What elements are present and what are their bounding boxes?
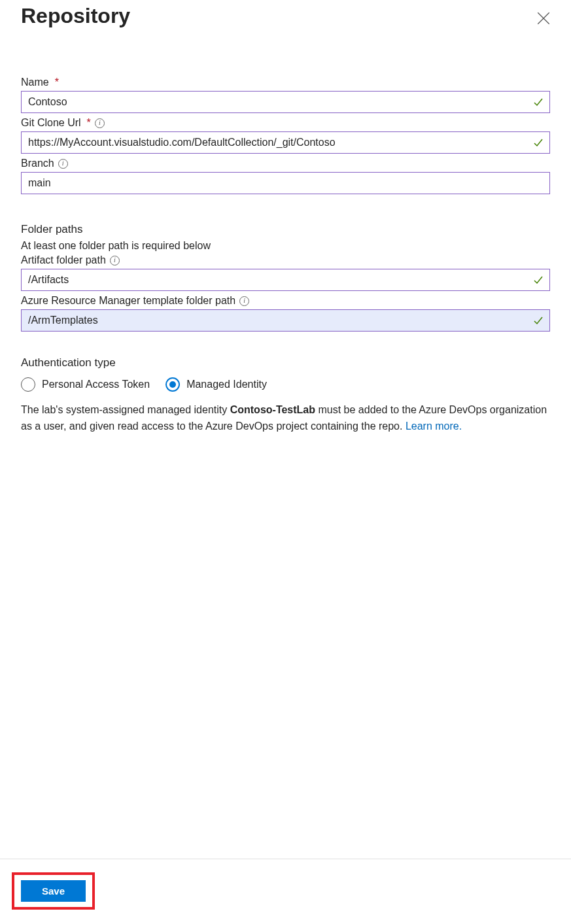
arm-path-input[interactable] — [21, 309, 550, 332]
auth-note-identity: Contoso-TestLab — [230, 404, 315, 415]
auth-radio-pat-label: Personal Access Token — [42, 379, 150, 390]
folder-paths-title: Folder paths — [21, 223, 550, 236]
giturl-input[interactable] — [21, 131, 550, 154]
name-label-text: Name — [21, 77, 49, 88]
checkmark-icon — [533, 315, 544, 326]
save-highlight: Save — [12, 872, 95, 910]
required-star: * — [55, 77, 59, 88]
folder-paths-helper: At least one folder path is required bel… — [21, 240, 550, 252]
auth-note-pre: The lab's system-assigned managed identi… — [21, 404, 230, 415]
radio-icon — [21, 377, 35, 392]
giturl-label: Git Clone Url* i — [21, 117, 550, 129]
name-label: Name* — [21, 77, 550, 88]
auth-radio-pat[interactable]: Personal Access Token — [21, 377, 150, 392]
close-icon[interactable] — [537, 12, 550, 25]
arm-path-label-text: Azure Resource Manager template folder p… — [21, 295, 235, 307]
checkmark-icon — [533, 97, 544, 107]
branch-label: Branch i — [21, 158, 550, 169]
required-star: * — [87, 117, 91, 129]
info-icon[interactable]: i — [239, 296, 249, 306]
info-icon[interactable]: i — [110, 256, 120, 265]
branch-label-text: Branch — [21, 158, 54, 169]
giturl-label-text: Git Clone Url — [21, 117, 81, 129]
info-icon[interactable]: i — [58, 159, 68, 169]
artifact-path-label-text: Artifact folder path — [21, 254, 106, 266]
save-button[interactable]: Save — [21, 880, 86, 902]
branch-input[interactable] — [21, 172, 550, 194]
auth-radio-managed-identity[interactable]: Managed Identity — [165, 377, 267, 392]
page-title: Repository — [21, 4, 130, 28]
name-input[interactable] — [21, 91, 550, 113]
info-icon[interactable]: i — [95, 118, 105, 128]
checkmark-icon — [533, 137, 544, 148]
artifact-path-label: Artifact folder path i — [21, 254, 550, 266]
auth-radio-mi-label: Managed Identity — [186, 379, 267, 390]
artifact-path-input[interactable] — [21, 269, 550, 291]
arm-path-label: Azure Resource Manager template folder p… — [21, 295, 550, 307]
learn-more-link[interactable]: Learn more. — [406, 420, 462, 432]
radio-icon — [165, 377, 180, 392]
auth-type-title: Authentication type — [21, 356, 550, 369]
auth-note: The lab's system-assigned managed identi… — [21, 402, 550, 435]
checkmark-icon — [533, 275, 544, 285]
